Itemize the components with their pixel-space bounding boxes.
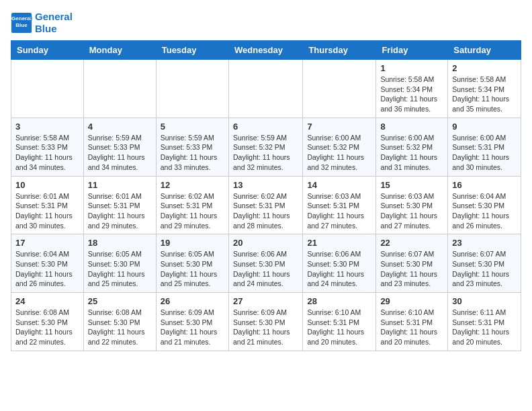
calendar-cell: 14Sunrise: 6:03 AM Sunset: 5:31 PM Dayli… (303, 176, 376, 234)
day-number: 30 (452, 296, 517, 306)
day-info: Sunrise: 6:07 AM Sunset: 5:30 PM Dayligh… (452, 249, 517, 289)
calendar-cell: 26Sunrise: 6:09 AM Sunset: 5:30 PM Dayli… (156, 293, 228, 351)
calendar-cell: 7Sunrise: 6:00 AM Sunset: 5:32 PM Daylig… (303, 118, 376, 176)
day-info: Sunrise: 6:00 AM Sunset: 5:32 PM Dayligh… (307, 133, 371, 173)
day-info: Sunrise: 5:59 AM Sunset: 5:33 PM Dayligh… (88, 133, 152, 173)
calendar-cell: 9Sunrise: 6:00 AM Sunset: 5:31 PM Daylig… (448, 118, 521, 176)
day-info: Sunrise: 6:05 AM Sunset: 5:30 PM Dayligh… (161, 249, 224, 289)
day-info: Sunrise: 6:06 AM Sunset: 5:30 PM Dayligh… (233, 249, 298, 289)
day-info: Sunrise: 5:59 AM Sunset: 5:33 PM Dayligh… (161, 133, 224, 173)
day-info: Sunrise: 6:11 AM Sunset: 5:31 PM Dayligh… (452, 308, 517, 347)
day-number: 12 (161, 180, 224, 190)
calendar-cell: 19Sunrise: 6:05 AM Sunset: 5:30 PM Dayli… (156, 234, 228, 293)
calendar-table: SundayMondayTuesdayWednesdayThursdayFrid… (11, 40, 521, 351)
calendar-cell (83, 60, 156, 118)
calendar-cell: 11Sunrise: 6:01 AM Sunset: 5:31 PM Dayli… (83, 176, 156, 234)
logo-line2: Blue (35, 23, 73, 35)
day-info: Sunrise: 6:02 AM Sunset: 5:31 PM Dayligh… (233, 191, 298, 231)
day-info: Sunrise: 6:03 AM Sunset: 5:30 PM Dayligh… (380, 191, 443, 231)
day-info: Sunrise: 6:02 AM Sunset: 5:31 PM Dayligh… (161, 191, 224, 231)
day-info: Sunrise: 6:10 AM Sunset: 5:31 PM Dayligh… (380, 308, 443, 347)
calendar-week-row: 17Sunrise: 6:04 AM Sunset: 5:30 PM Dayli… (11, 234, 521, 293)
day-number: 4 (88, 122, 152, 132)
weekday-header: Thursday (303, 41, 376, 60)
calendar-cell: 23Sunrise: 6:07 AM Sunset: 5:30 PM Dayli… (448, 234, 521, 293)
day-info: Sunrise: 6:08 AM Sunset: 5:30 PM Dayligh… (88, 308, 152, 347)
weekday-header: Tuesday (156, 41, 228, 60)
svg-text:General: General (11, 15, 32, 21)
day-number: 29 (380, 296, 443, 306)
calendar-cell: 25Sunrise: 6:08 AM Sunset: 5:30 PM Dayli… (83, 293, 156, 351)
day-number: 6 (233, 122, 298, 132)
calendar-cell (156, 60, 228, 118)
calendar-cell: 4Sunrise: 5:59 AM Sunset: 5:33 PM Daylig… (83, 118, 156, 176)
calendar-cell: 16Sunrise: 6:04 AM Sunset: 5:30 PM Dayli… (448, 176, 521, 234)
calendar-cell: 20Sunrise: 6:06 AM Sunset: 5:30 PM Dayli… (228, 234, 302, 293)
day-number: 15 (380, 180, 443, 190)
day-number: 25 (88, 296, 152, 306)
calendar-cell: 24Sunrise: 6:08 AM Sunset: 5:30 PM Dayli… (11, 293, 84, 351)
day-number: 24 (15, 296, 79, 306)
logo-line1: General (35, 11, 73, 23)
day-number: 17 (15, 238, 79, 248)
logo-icon: General Blue (11, 12, 32, 34)
day-number: 20 (233, 238, 298, 248)
day-number: 8 (380, 122, 443, 132)
day-number: 21 (307, 238, 371, 248)
day-number: 10 (15, 180, 79, 190)
day-info: Sunrise: 5:59 AM Sunset: 5:32 PM Dayligh… (233, 133, 298, 173)
day-info: Sunrise: 6:04 AM Sunset: 5:30 PM Dayligh… (452, 191, 517, 231)
calendar-cell: 2Sunrise: 5:58 AM Sunset: 5:34 PM Daylig… (448, 60, 521, 118)
calendar-cell: 18Sunrise: 6:05 AM Sunset: 5:30 PM Dayli… (83, 234, 156, 293)
day-number: 13 (233, 180, 298, 190)
page-header: General Blue GeneralBlue (11, 11, 521, 35)
calendar-cell: 6Sunrise: 5:59 AM Sunset: 5:32 PM Daylig… (228, 118, 302, 176)
day-number: 23 (452, 238, 517, 248)
calendar-cell: 10Sunrise: 6:01 AM Sunset: 5:31 PM Dayli… (11, 176, 84, 234)
day-info: Sunrise: 6:03 AM Sunset: 5:31 PM Dayligh… (307, 191, 371, 231)
calendar-cell: 12Sunrise: 6:02 AM Sunset: 5:31 PM Dayli… (156, 176, 228, 234)
day-number: 26 (161, 296, 224, 306)
weekday-header: Monday (83, 41, 156, 60)
day-number: 28 (307, 296, 371, 306)
day-number: 1 (380, 63, 443, 73)
svg-text:Blue: Blue (15, 22, 28, 28)
calendar-cell: 5Sunrise: 5:59 AM Sunset: 5:33 PM Daylig… (156, 118, 228, 176)
day-number: 7 (307, 122, 371, 132)
day-info: Sunrise: 5:58 AM Sunset: 5:34 PM Dayligh… (452, 75, 517, 114)
day-number: 16 (452, 180, 517, 190)
day-info: Sunrise: 6:05 AM Sunset: 5:30 PM Dayligh… (88, 249, 152, 289)
calendar-cell: 8Sunrise: 6:00 AM Sunset: 5:32 PM Daylig… (376, 118, 448, 176)
calendar-week-row: 1Sunrise: 5:58 AM Sunset: 5:34 PM Daylig… (11, 60, 521, 118)
calendar-cell: 21Sunrise: 6:06 AM Sunset: 5:30 PM Dayli… (303, 234, 376, 293)
day-info: Sunrise: 6:06 AM Sunset: 5:30 PM Dayligh… (307, 249, 371, 289)
day-number: 5 (161, 122, 224, 132)
calendar-header-row: SundayMondayTuesdayWednesdayThursdayFrid… (11, 41, 521, 60)
day-info: Sunrise: 6:09 AM Sunset: 5:30 PM Dayligh… (233, 308, 298, 347)
day-info: Sunrise: 6:01 AM Sunset: 5:31 PM Dayligh… (88, 191, 152, 231)
calendar-cell: 3Sunrise: 5:58 AM Sunset: 5:33 PM Daylig… (11, 118, 84, 176)
weekday-header: Wednesday (228, 41, 302, 60)
day-number: 22 (380, 238, 443, 248)
calendar-cell: 15Sunrise: 6:03 AM Sunset: 5:30 PM Dayli… (376, 176, 448, 234)
day-number: 2 (452, 63, 517, 73)
weekday-header: Saturday (448, 41, 521, 60)
day-number: 18 (88, 238, 152, 248)
day-number: 3 (15, 122, 79, 132)
day-info: Sunrise: 6:00 AM Sunset: 5:31 PM Dayligh… (452, 133, 517, 173)
day-info: Sunrise: 6:04 AM Sunset: 5:30 PM Dayligh… (15, 249, 79, 289)
calendar-cell: 1Sunrise: 5:58 AM Sunset: 5:34 PM Daylig… (376, 60, 448, 118)
calendar-week-row: 3Sunrise: 5:58 AM Sunset: 5:33 PM Daylig… (11, 118, 521, 176)
day-info: Sunrise: 6:00 AM Sunset: 5:32 PM Dayligh… (380, 133, 443, 173)
day-number: 9 (452, 122, 517, 132)
calendar-cell (11, 60, 84, 118)
weekday-header: Sunday (11, 41, 84, 60)
day-info: Sunrise: 6:09 AM Sunset: 5:30 PM Dayligh… (161, 308, 224, 347)
day-info: Sunrise: 6:08 AM Sunset: 5:30 PM Dayligh… (15, 308, 79, 347)
logo: General Blue GeneralBlue (11, 11, 73, 35)
day-number: 27 (233, 296, 298, 306)
calendar-cell: 28Sunrise: 6:10 AM Sunset: 5:31 PM Dayli… (303, 293, 376, 351)
day-number: 11 (88, 180, 152, 190)
calendar-cell: 22Sunrise: 6:07 AM Sunset: 5:30 PM Dayli… (376, 234, 448, 293)
calendar-cell: 30Sunrise: 6:11 AM Sunset: 5:31 PM Dayli… (448, 293, 521, 351)
